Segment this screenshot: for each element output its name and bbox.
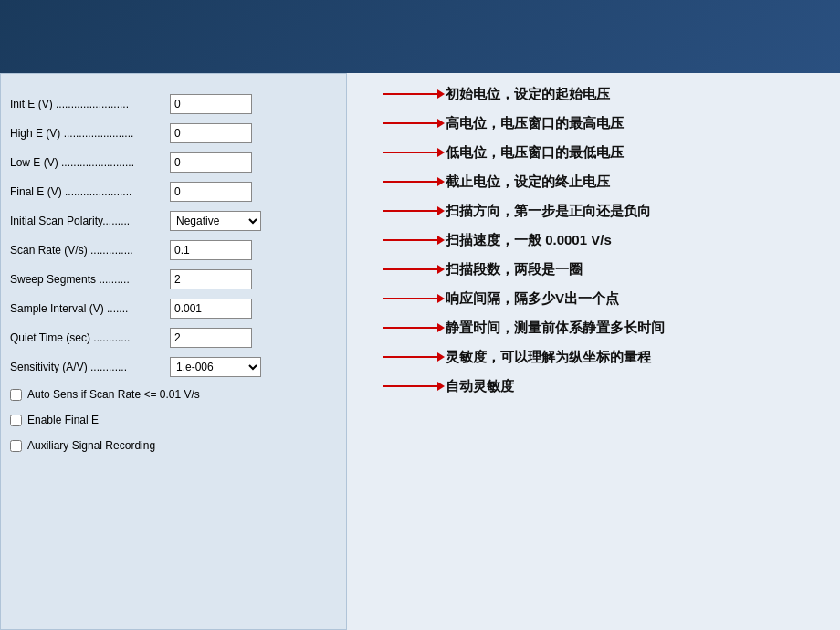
param-row-9: Sensitivity (A/V) ............1.e-0061.e… [10,355,337,379]
annotation-row-5: 扫描速度，一般 0.0001 V/s [383,228,822,252]
param-row-6: Sweep Segments .......... [10,268,337,291]
checkbox-label-2: Auxiliary Signal Recording [27,439,155,452]
arrow-line-0 [383,93,438,95]
arrow-6 [383,268,438,270]
checkbox-row-0: Auto Sens if Scan Rate <= 0.01 V/s [10,384,337,404]
checkbox-row-2: Auxiliary Signal Recording [10,436,337,456]
param-label-2: Low E (V) ........................ [10,156,170,169]
param-label-9: Sensitivity (A/V) ............ [10,361,170,373]
param-label-1: High E (V) ....................... [10,127,170,140]
annotation-row-1: 高电位，电压窗口的最高电压 [383,111,822,135]
annotation-row-0: 初始电位，设定的起始电压 [383,82,822,106]
arrow-7 [383,298,438,299]
arrow-8 [383,327,438,329]
param-input-7[interactable] [170,299,252,319]
param-input-6[interactable] [170,269,252,289]
header [0,0,840,73]
checkbox-1[interactable] [10,415,22,426]
annotation-row-4: 扫描方向，第一步是正向还是负向 [383,199,822,223]
arrow-0 [383,93,438,95]
param-row-5: Scan Rate (V/s) .............. [10,238,337,262]
param-input-0[interactable] [170,94,252,114]
param-input-8[interactable] [170,328,252,348]
param-select-9[interactable]: 1.e-0061.e-0051.e-007 [170,357,261,377]
arrow-1 [383,122,438,124]
param-input-1[interactable] [170,123,252,143]
arrow-line-2 [383,152,438,153]
annotation-text-4: 扫描方向，第一步是正向还是负向 [446,203,651,220]
param-label-3: Final E (V) ...................... [10,185,170,198]
annotation-text-0: 初始电位，设定的起始电压 [446,86,610,103]
checkbox-2[interactable] [10,440,22,452]
annotation-text-5: 扫描速度，一般 0.0001 V/s [446,232,612,249]
param-label-6: Sweep Segments .......... [10,273,170,286]
param-row-0: Init E (V) ........................ [10,92,337,116]
arrow-line-6 [383,268,438,270]
annotation-text-8: 静置时间，测量前体系静置多长时间 [446,320,665,337]
annotation-row-8: 静置时间，测量前体系静置多长时间 [383,316,822,340]
arrow-line-10 [383,385,438,387]
checkbox-0[interactable] [10,389,22,401]
param-row-3: Final E (V) ...................... [10,180,337,204]
annotation-row-2: 低电位，电压窗口的最低电压 [383,141,822,164]
param-label-5: Scan Rate (V/s) .............. [10,244,170,257]
annotation-row-7: 响应间隔，隔多少V出一个点 [383,287,822,310]
param-row-8: Quiet Time (sec) ............ [10,326,337,350]
annotation-text-9: 灵敏度，可以理解为纵坐标的量程 [446,349,651,366]
annotation-row-3: 截止电位，设定的终止电压 [383,170,822,194]
param-label-0: Init E (V) ........................ [10,98,170,110]
arrow-3 [383,181,438,183]
arrow-4 [383,210,438,212]
annotation-text-7: 响应间隔，隔多少V出一个点 [446,290,619,308]
annotation-text-1: 高电位，电压窗口的最高电压 [446,115,624,132]
arrow-line-8 [383,327,438,329]
annotations-container: 初始电位，设定的起始电压高电位，电压窗口的最高电压低电位，电压窗口的最低电压截止… [383,82,822,404]
param-select-4[interactable]: PositiveNegative [170,211,261,231]
checkbox-label-0: Auto Sens if Scan Rate <= 0.01 V/s [27,388,200,401]
annotation-row-9: 灵敏度，可以理解为纵坐标的量程 [383,345,822,369]
arrow-line-9 [383,356,438,358]
arrow-10 [383,385,438,387]
param-row-2: Low E (V) ........................ [10,151,337,174]
arrow-5 [383,239,438,241]
param-label-7: Sample Interval (V) ....... [10,302,170,315]
arrow-line-1 [383,122,438,124]
param-row-7: Sample Interval (V) ....... [10,297,337,320]
param-row-4: Initial Scan Polarity.........PositiveNe… [10,209,337,233]
annotation-text-2: 低电位，电压窗口的最低电压 [446,144,624,162]
params-container: Init E (V) ........................High … [10,92,337,379]
main-content: Init E (V) ........................High … [0,73,840,630]
annotation-text-3: 截止电位，设定的终止电压 [446,173,610,191]
annotation-text-6: 扫描段数，两段是一圈 [446,261,583,278]
checkboxes-container: Auto Sens if Scan Rate <= 0.01 V/sEnable… [10,384,337,456]
annotation-row-6: 扫描段数，两段是一圈 [383,257,822,281]
param-input-5[interactable] [170,240,252,260]
annotation-row-10: 自动灵敏度 [383,374,822,398]
arrow-line-7 [383,298,438,299]
params-panel: Init E (V) ........................High … [0,73,347,630]
param-input-2[interactable] [170,152,252,173]
annotation-text-10: 自动灵敏度 [446,378,514,395]
arrow-line-3 [383,181,438,183]
annotations-panel: 初始电位，设定的起始电压高电位，电压窗口的最高电压低电位，电压窗口的最低电压截止… [347,73,840,630]
arrow-line-5 [383,239,438,241]
param-label-8: Quiet Time (sec) ............ [10,331,170,344]
param-row-1: High E (V) ....................... [10,121,337,145]
arrow-2 [383,152,438,153]
checkbox-label-1: Enable Final E [27,414,99,426]
param-label-4: Initial Scan Polarity......... [10,215,170,227]
checkbox-row-1: Enable Final E [10,410,337,430]
arrow-9 [383,356,438,358]
arrow-line-4 [383,210,438,212]
param-input-3[interactable] [170,182,252,202]
